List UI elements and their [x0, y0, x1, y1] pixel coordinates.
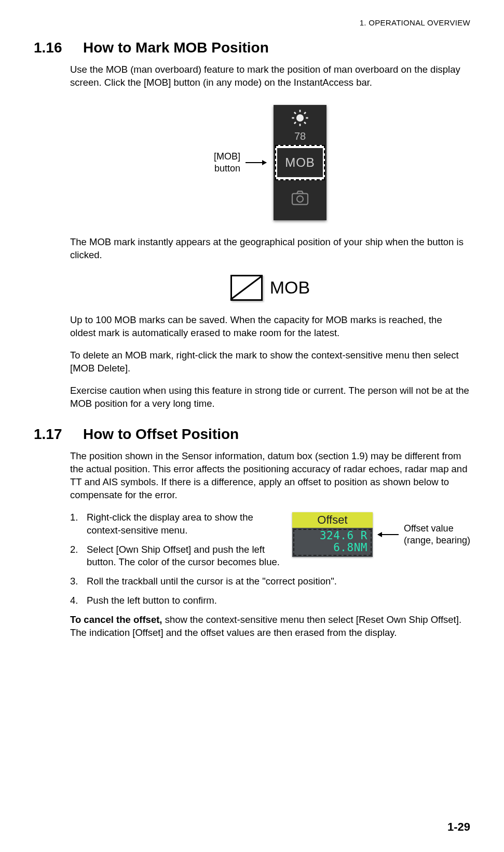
section-number: 1.17 — [34, 426, 83, 443]
svg-point-10 — [297, 196, 303, 202]
figure-mob-mark: MOB — [70, 275, 470, 301]
list-item: 3. Roll the trackball until the cursor i… — [70, 575, 470, 588]
section-header: 1.17 How to Offset Position — [34, 426, 470, 443]
offset-title: Offset — [292, 512, 373, 528]
mob-mark-symbol — [230, 275, 263, 301]
paragraph: The MOB mark instantly appears at the ge… — [70, 236, 470, 262]
list-number: 2. — [70, 543, 87, 569]
steps-with-figure: 1. Right-click the display area to show … — [70, 511, 470, 576]
list-text: Roll the trackball until the cursor is a… — [87, 575, 470, 588]
offset-annotation: Offset value (range, bearing) — [404, 523, 470, 546]
arrow-icon — [378, 534, 399, 535]
list-text: Right-click the display area to show the… — [87, 511, 288, 537]
section-1-17: 1.17 How to Offset Position The position… — [34, 426, 470, 640]
paragraph: Exercise caution when using this feature… — [70, 384, 470, 410]
list-number: 4. — [70, 594, 87, 607]
brightness-icon — [291, 109, 309, 129]
svg-line-8 — [304, 112, 306, 114]
annot-line: (range, bearing) — [404, 535, 470, 547]
arrow-icon — [246, 162, 266, 163]
paragraph: To delete an MOB mark, right-click the m… — [70, 349, 470, 375]
svg-rect-9 — [292, 193, 308, 204]
paragraph: The position shown in the Sensor informa… — [70, 450, 470, 502]
figure-offset-box: Offset 324.6 R 6.8NM Offset value (range… — [292, 512, 470, 557]
offset-range-value: 6.8NM — [297, 542, 367, 554]
offset-bearing-value: 324.6 R — [297, 530, 367, 542]
mob-mark-label: MOB — [270, 277, 310, 298]
camera-icon — [290, 190, 310, 209]
svg-line-7 — [294, 122, 296, 124]
offset-values-box: 324.6 R 6.8NM — [293, 529, 372, 556]
section-title: How to Mark MOB Position — [83, 39, 269, 56]
list-item: 4. Push the left button to confirm. — [70, 594, 470, 607]
mob-button-label: MOB — [285, 155, 315, 170]
offset-indicator: Offset 324.6 R 6.8NM — [292, 512, 373, 557]
list-text: Push the left button to confirm. — [87, 594, 470, 607]
bold-lead: To cancel the offset, — [70, 614, 162, 625]
list-text: Select [Own Ship Offset] and push the le… — [87, 543, 288, 569]
section-title: How to Offset Position — [83, 426, 239, 443]
dashed-highlight: MOB — [275, 145, 325, 180]
svg-line-3 — [294, 112, 296, 114]
page-number: 1-29 — [447, 820, 470, 834]
brightness-value: 78 — [294, 130, 306, 142]
brightness-button[interactable]: 78 — [275, 108, 325, 144]
figure-label-mob-button: [MOB] button — [214, 151, 240, 174]
ordered-list-cont: 3. Roll the trackball until the cursor i… — [70, 575, 470, 607]
screenshot-button[interactable] — [275, 181, 325, 218]
instant-access-bar: 78 MOB — [274, 105, 326, 220]
section-1-16: 1.16 How to Mark MOB Position Use the MO… — [34, 39, 470, 410]
list-number: 1. — [70, 511, 87, 537]
svg-point-0 — [296, 114, 304, 122]
section-header: 1.16 How to Mark MOB Position — [34, 39, 470, 56]
list-item: 1. Right-click the display area to show … — [70, 511, 288, 537]
annot-line: Offset value — [404, 523, 470, 535]
paragraph-cancel: To cancel the offset, show the context-s… — [70, 614, 470, 640]
list-item: 2. Select [Own Ship Offset] and push the… — [70, 543, 288, 569]
figure-mob-button: [MOB] button 78 MOB — [70, 105, 470, 220]
mob-button[interactable]: MOB — [277, 148, 323, 177]
svg-line-4 — [304, 122, 306, 124]
paragraph: Use the MOB (man overboard) feature to m… — [70, 63, 470, 89]
list-number: 3. — [70, 575, 87, 588]
paragraph: Up to 100 MOB marks can be saved. When t… — [70, 314, 470, 340]
label-line: button — [214, 163, 240, 175]
page-header: 1. OPERATIONAL OVERVIEW — [34, 18, 470, 27]
section-number: 1.16 — [34, 39, 83, 56]
label-line: [MOB] — [214, 151, 240, 163]
